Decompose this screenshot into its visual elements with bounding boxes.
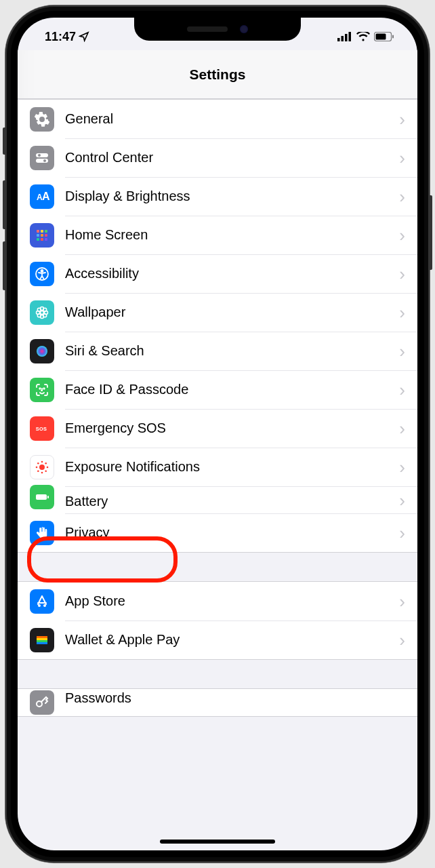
row-home-screen[interactable]: Home Screen › [18,216,417,254]
svg-point-39 [41,471,43,473]
switches-icon [30,146,54,170]
chevron-right-icon: › [399,304,405,321]
svg-rect-7 [36,153,48,157]
chevron-right-icon: › [399,226,405,244]
wallet-icon [30,628,54,652]
svg-point-43 [45,462,47,465]
battery-icon [374,32,394,41]
row-appstore[interactable]: App Store › [18,582,417,620]
appstore-icon [30,589,54,614]
row-label: App Store [65,593,399,609]
svg-rect-6 [392,35,394,39]
svg-rect-13 [37,230,39,233]
row-label: Siri & Search [65,343,399,359]
row-passwords[interactable]: Passwords [18,689,417,716]
svg-point-40 [36,466,38,468]
svg-point-37 [39,465,45,470]
row-wallet[interactable]: Wallet & Apple Pay › [18,620,417,659]
row-label: Wallpaper [65,304,399,320]
svg-rect-2 [345,34,348,41]
chevron-right-icon: › [399,593,405,610]
row-label: Face ID & Passcode [65,382,399,397]
svg-rect-16 [37,234,39,237]
chevron-right-icon: › [399,111,405,128]
gear-icon [30,107,54,132]
row-label: Home Screen [65,227,399,243]
svg-point-8 [38,154,41,157]
svg-rect-0 [337,38,340,41]
device-frame: 11:47 Settings General › [5,5,430,863]
svg-point-44 [37,470,39,472]
group-gap [18,660,417,688]
row-general[interactable]: General › [18,100,417,138]
row-siri[interactable]: Siri & Search › [18,332,417,370]
chevron-right-icon: › [399,524,405,542]
svg-rect-5 [376,34,386,40]
hand-icon [30,521,54,545]
svg-point-41 [47,466,49,468]
svg-point-48 [39,605,40,606]
row-accessibility[interactable]: Accessibility › [18,254,417,293]
svg-rect-9 [36,159,48,163]
row-battery[interactable]: Battery › [18,486,417,513]
settings-list[interactable]: General › Control Center › AA Display & … [18,99,417,850]
aa-icon: AA [30,184,54,209]
chevron-right-icon: › [399,342,405,360]
row-label: General [65,111,399,127]
row-display[interactable]: AA Display & Brightness › [18,177,417,216]
svg-rect-21 [45,238,47,241]
svg-rect-17 [41,234,43,237]
notch [134,18,301,41]
home-indicator[interactable] [160,840,275,844]
settings-group: Passwords [18,688,417,717]
wifi-icon [356,32,370,41]
svg-rect-18 [45,234,47,237]
nav-header: Settings [18,50,417,99]
chevron-right-icon: › [399,188,405,205]
svg-rect-52 [37,638,47,640]
row-label: Accessibility [65,266,399,281]
svg-point-42 [37,462,39,465]
group-gap [18,553,417,581]
volume-up-button[interactable] [3,180,5,229]
svg-rect-51 [37,636,47,638]
row-sos[interactable]: SOS Emergency SOS › [18,409,417,448]
row-faceid[interactable]: Face ID & Passcode › [18,370,417,409]
siri-icon [30,339,54,363]
row-control-center[interactable]: Control Center › [18,138,417,177]
volume-down-button[interactable] [3,241,5,290]
row-label: Display & Brightness [65,189,399,204]
grid-icon [30,223,54,248]
row-label: Passwords [65,690,405,706]
svg-point-24 [41,311,44,314]
svg-point-49 [44,605,45,606]
flower-icon [30,300,54,325]
power-button[interactable] [430,195,432,270]
svg-rect-14 [41,230,43,233]
row-wallpaper[interactable]: Wallpaper › [18,293,417,332]
svg-point-34 [39,388,41,389]
chevron-right-icon: › [399,458,405,476]
battery-icon [30,485,54,509]
svg-rect-46 [36,494,47,500]
svg-text:SOS: SOS [36,425,47,431]
svg-point-45 [45,470,47,472]
svg-rect-19 [37,238,39,241]
svg-rect-47 [47,496,49,498]
row-privacy[interactable]: Privacy › [18,513,417,552]
svg-rect-54 [37,642,47,644]
row-label: Wallet & Apple Pay [65,632,399,648]
svg-rect-20 [41,238,43,241]
row-exposure[interactable]: Exposure Notifications › [18,448,417,486]
key-icon [30,690,54,715]
svg-rect-53 [37,640,47,642]
silence-switch[interactable] [3,127,5,155]
settings-group: App Store › Wallet & Apple Pay › [18,581,417,660]
chevron-right-icon: › [399,631,405,649]
chevron-right-icon: › [399,381,405,399]
chevron-right-icon: › [399,265,405,283]
row-label: Control Center [65,150,399,165]
sos-icon: SOS [30,416,54,441]
accessibility-icon [30,262,54,286]
svg-point-38 [41,460,43,462]
